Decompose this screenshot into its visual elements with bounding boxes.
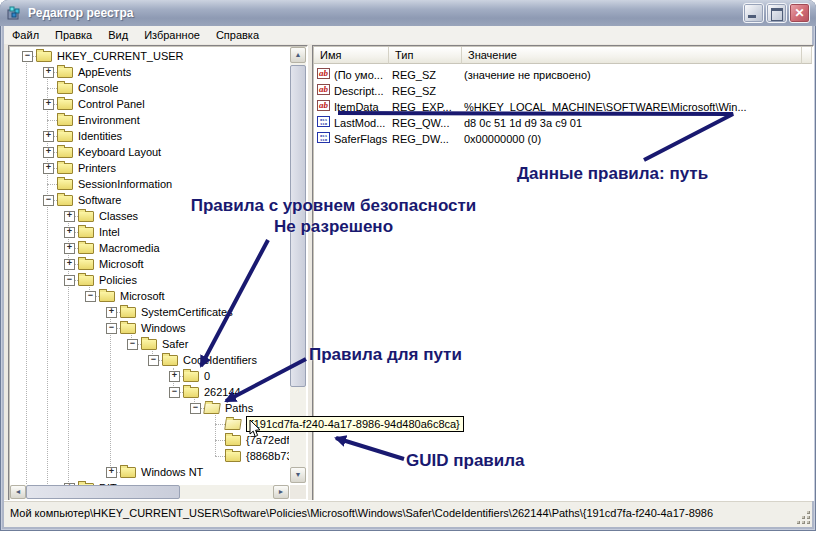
value-name: SaferFlags bbox=[334, 132, 387, 146]
values-column-headers: ИмяТипЗначение bbox=[314, 47, 812, 64]
expand-icon[interactable]: + bbox=[64, 211, 75, 222]
maximize-button[interactable] bbox=[766, 3, 787, 23]
scroll-left-button[interactable]: ◄ bbox=[10, 485, 26, 499]
scroll-right-button[interactable]: ► bbox=[273, 485, 289, 499]
maximize-icon bbox=[771, 8, 783, 21]
collapse-icon[interactable]: − bbox=[190, 403, 201, 414]
expand-icon[interactable]: + bbox=[169, 371, 180, 382]
folder-icon bbox=[57, 179, 73, 190]
folder-icon bbox=[78, 275, 94, 286]
value-row-saferflags[interactable]: 011110SaferFlagsREG_DW...0x00000000 (0) bbox=[314, 131, 812, 147]
binary-value-icon: 011110 bbox=[317, 132, 330, 143]
folder-icon bbox=[203, 403, 221, 414]
expand-icon[interactable]: + bbox=[64, 259, 75, 270]
minimize-button[interactable] bbox=[743, 3, 764, 23]
close-button[interactable]: ✕ bbox=[789, 3, 810, 23]
folder-icon bbox=[224, 419, 242, 430]
folder-icon bbox=[78, 227, 94, 238]
status-bar: Мой компьютер\HKEY_CURRENT_USER\Software… bbox=[4, 500, 812, 527]
value-row-itemdata[interactable]: abItemDataREG_EXP...%HKEY_LOCAL_MACHINE\… bbox=[314, 99, 812, 115]
collapse-icon[interactable]: − bbox=[22, 51, 33, 62]
tree-key-label: Microsoft bbox=[118, 289, 167, 303]
menu-item-help[interactable]: Справка bbox=[208, 27, 267, 43]
value-row-item[interactable]: ab(По умо...REG_SZ(значение не присвоено… bbox=[314, 67, 812, 83]
annotation-rule-path: Правила для пути bbox=[309, 344, 462, 365]
minimize-icon bbox=[748, 15, 756, 18]
tree-key-label: Identities bbox=[76, 129, 124, 143]
expand-icon[interactable]: + bbox=[64, 227, 75, 238]
tree-key-label: Environment bbox=[76, 113, 142, 127]
folder-icon bbox=[183, 387, 199, 398]
values-pane: ИмяТипЗначение ab(По умо...REG_SZ(значен… bbox=[312, 45, 814, 501]
string-value-icon: ab bbox=[317, 100, 330, 111]
value-data: 0x00000000 (0) bbox=[464, 132, 541, 146]
collapse-icon[interactable]: − bbox=[127, 339, 138, 350]
menu-item-file[interactable]: Файл bbox=[4, 27, 47, 43]
menu-item-view[interactable]: Вид bbox=[100, 27, 136, 43]
column-header-blank[interactable] bbox=[802, 47, 812, 64]
tree-key-label: Printers bbox=[76, 161, 118, 175]
collapse-icon[interactable]: − bbox=[64, 275, 75, 286]
expand-icon[interactable]: + bbox=[106, 307, 117, 318]
scroll-down-button[interactable]: ▼ bbox=[290, 467, 306, 483]
scrollbar-corner bbox=[290, 485, 306, 499]
registry-app-icon bbox=[7, 5, 23, 21]
tree-key-label: HKEY_CURRENT_USER bbox=[55, 49, 186, 63]
expand-icon[interactable]: + bbox=[64, 243, 75, 254]
title-bar[interactable]: Редактор реестра ✕ bbox=[0, 0, 816, 26]
expand-icon[interactable]: + bbox=[43, 131, 54, 142]
value-type: REG_DW... bbox=[392, 132, 449, 146]
expand-icon[interactable]: + bbox=[43, 163, 54, 174]
menu-item-favorites[interactable]: Избранное bbox=[136, 27, 208, 43]
collapse-icon[interactable]: − bbox=[43, 195, 54, 206]
folder-icon bbox=[57, 195, 73, 206]
close-icon: ✕ bbox=[794, 6, 804, 20]
value-row-lastmod[interactable]: 011110LastMod...REG_QW...d8 0c 51 1d d9 … bbox=[314, 115, 812, 131]
annotation-rule-level: Правила с уровнем безопасности Не разреш… bbox=[166, 195, 501, 237]
tree-key-label: CodeIdentifiers bbox=[181, 353, 259, 367]
tree-key-label: Windows bbox=[139, 321, 188, 335]
value-name: ItemData bbox=[334, 100, 379, 114]
collapse-icon[interactable]: − bbox=[169, 387, 180, 398]
scroll-up-button[interactable]: ▲ bbox=[290, 47, 306, 63]
expand-icon[interactable]: + bbox=[43, 67, 54, 78]
collapse-icon[interactable]: − bbox=[148, 355, 159, 366]
column-header-value[interactable]: Значение bbox=[462, 47, 802, 64]
binary-value-icon: 011110 bbox=[317, 116, 330, 127]
tree-guide-line bbox=[26, 61, 27, 484]
value-row-descript[interactable]: abDescript...REG_SZ bbox=[314, 83, 812, 99]
expand-icon[interactable]: + bbox=[43, 147, 54, 158]
folder-icon bbox=[141, 339, 157, 350]
value-type: REG_QW... bbox=[392, 116, 449, 130]
expand-icon[interactable]: + bbox=[43, 99, 54, 110]
collapse-icon[interactable]: − bbox=[106, 323, 117, 334]
tree-key-label: Policies bbox=[97, 273, 139, 287]
value-type: REG_EXP... bbox=[392, 100, 452, 114]
value-name: (По умо... bbox=[334, 68, 383, 82]
expand-icon[interactable]: + bbox=[106, 467, 117, 478]
menu-item-edit[interactable]: Правка bbox=[47, 27, 100, 43]
tree-key-label: Macromedia bbox=[97, 241, 162, 255]
horizontal-scroll-thumb[interactable] bbox=[26, 485, 180, 499]
folder-icon bbox=[120, 467, 136, 478]
tree-key-label: 0 bbox=[202, 369, 212, 383]
tree-key-label: SessionInformation bbox=[76, 177, 174, 191]
folder-icon bbox=[225, 435, 241, 446]
tree-key-label: Classes bbox=[97, 209, 140, 223]
column-header-type[interactable]: Тип bbox=[389, 47, 462, 64]
folder-icon bbox=[78, 211, 94, 222]
resize-grip[interactable] bbox=[798, 512, 810, 524]
value-type: REG_SZ bbox=[392, 68, 436, 82]
folder-icon bbox=[183, 371, 199, 382]
folder-icon bbox=[120, 323, 136, 334]
folder-icon bbox=[57, 131, 73, 142]
value-name: LastMod... bbox=[334, 116, 385, 130]
value-data: d8 0c 51 1d d9 3a c9 01 bbox=[464, 116, 582, 130]
column-header-name[interactable]: Имя bbox=[314, 47, 389, 64]
collapse-icon[interactable]: − bbox=[85, 291, 96, 302]
guid-tooltip: {191cd7fa-f240-4a17-8986-94d480a6c8ca} bbox=[246, 416, 464, 432]
tree-guide-line bbox=[68, 216, 69, 484]
folder-icon bbox=[162, 355, 178, 366]
tree-guide-line bbox=[110, 312, 111, 472]
registry-tree-pane: −HKEY_CURRENT_USER+AppEventsConsole+Cont… bbox=[8, 45, 308, 501]
